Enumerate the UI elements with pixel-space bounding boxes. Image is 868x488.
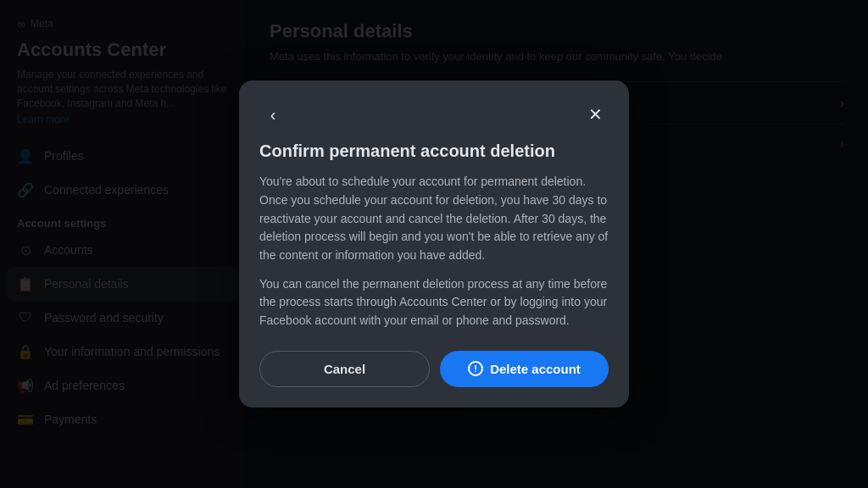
modal-close-button[interactable]: ✕ [581, 101, 609, 128]
delete-account-label: Delete account [490, 362, 581, 376]
modal-overlay: ‹ ✕ Confirm permanent account deletion Y… [0, 0, 868, 488]
modal-header: ‹ ✕ [259, 101, 609, 128]
delete-warning-icon: ! [468, 361, 483, 376]
modal-title: Confirm permanent account deletion [259, 141, 609, 161]
cancel-button[interactable]: Cancel [259, 351, 430, 387]
modal-footer: Cancel ! Delete account [259, 351, 609, 387]
modal-back-button[interactable]: ‹ [259, 101, 287, 128]
delete-account-button[interactable]: ! Delete account [440, 351, 609, 387]
modal-dialog: ‹ ✕ Confirm permanent account deletion Y… [239, 80, 629, 408]
modal-body-paragraph-2: You can cancel the permanent deletion pr… [259, 275, 609, 330]
modal-body-paragraph-1: You're about to schedule your account fo… [259, 173, 609, 264]
